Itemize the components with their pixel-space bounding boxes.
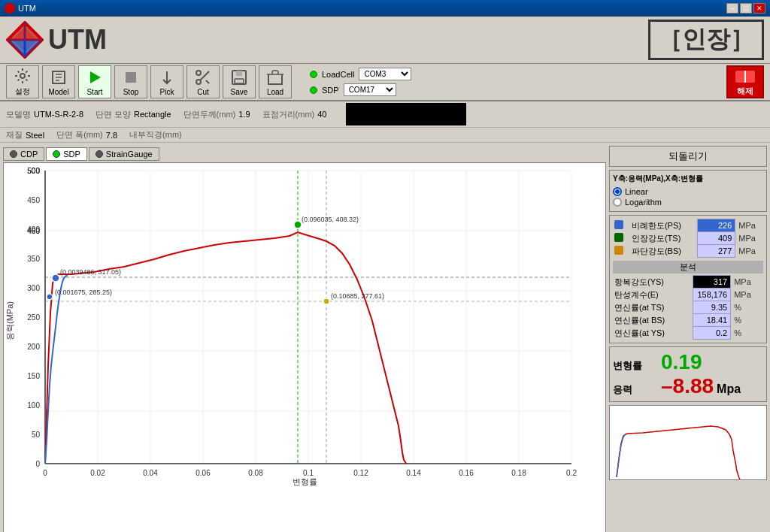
app-icon [5, 3, 15, 14]
tab-SDP[interactable]: SDP [46, 147, 87, 161]
svg-text:0.1: 0.1 [303, 469, 314, 477]
ps-color-cell [613, 219, 630, 232]
svg-rect-17 [4, 163, 594, 486]
svg-text:150: 150 [27, 372, 40, 380]
distance-label: 표점거리(mm) [262, 109, 315, 120]
distance-value: 40 [317, 110, 326, 119]
axis-label: Y축:응력(MPa),X축:변형률 [613, 174, 763, 184]
logarithm-radio[interactable] [613, 198, 622, 207]
table-row: 탄성계수(E) 158,176 MPa [613, 289, 763, 301]
title-bar: UTM ─ □ ✕ [0, 0, 770, 17]
linear-option-row: Linear [613, 187, 763, 196]
analysis-title: 분석 [613, 261, 763, 274]
load-label: Load [267, 88, 283, 96]
ps-unit-cell: MPa [735, 219, 763, 232]
load-button[interactable]: Load [259, 65, 292, 98]
stress-label: 응력 [613, 383, 658, 397]
settings-button[interactable]: 설정 [6, 65, 39, 98]
save-button[interactable]: Save [223, 65, 256, 98]
logo-text: UTM [48, 24, 107, 56]
StrainGauge-label: StrainGauge [106, 150, 153, 159]
start-icon [86, 68, 104, 86]
mini-graph-svg [610, 406, 766, 480]
tab-StrainGauge[interactable]: StrainGauge [89, 147, 159, 161]
ps-value-cell: 226 [698, 219, 735, 232]
table-row: 연신률(at BS) 18.41 % [613, 314, 763, 327]
svg-text:100: 100 [27, 401, 40, 410]
material-label: 재질 [6, 129, 23, 141]
model-button[interactable]: Model [42, 65, 75, 98]
sdp-led [310, 86, 317, 94]
graph-area: 500 450 400 500 500 450 400 350 300 250 … [3, 162, 606, 532]
svg-text:0.12: 0.12 [353, 469, 368, 477]
SDP-led [53, 150, 60, 158]
pick-icon [158, 68, 176, 86]
loadcell-port-select[interactable]: COM3 [359, 68, 411, 80]
svg-text:0.04: 0.04 [143, 469, 158, 477]
analysis-table: 항복강도(YS) 317 MPa 탄성계수(E) 158,176 MPa 연신률… [613, 275, 763, 340]
logarithm-option-row: Logarithm [613, 198, 763, 207]
model-info-bar-2: 재질 Steel 단면 폭(mm) 7.8 내부직경(mm) [0, 128, 770, 143]
minimize-button[interactable]: ─ [726, 3, 738, 14]
svg-text:(0.10685, 277.61): (0.10685, 277.61) [331, 292, 384, 300]
pick-button[interactable]: Pick [150, 65, 183, 98]
black-preview-rect [346, 103, 466, 125]
thickness-item: 단면두께(mm) 1.9 [183, 109, 250, 120]
svg-text:(0.096035, 408.32): (0.096035, 408.32) [302, 216, 359, 223]
ts-unit-cell: MPa [735, 232, 763, 245]
stop-icon [122, 68, 140, 86]
thickness-value: 1.9 [238, 110, 250, 119]
logo-area: UTM [6, 21, 107, 59]
emergency-button[interactable]: 해제 [726, 65, 764, 98]
inner-item: 내부직경(mm) [129, 129, 185, 141]
svg-text:450: 450 [27, 196, 40, 204]
StrainGauge-led [95, 150, 103, 158]
settings-label: 설정 [15, 86, 30, 97]
inner-label: 내부직경(mm) [129, 129, 182, 141]
cut-icon [194, 68, 212, 86]
CDP-label: CDP [20, 150, 38, 159]
sdp-port-select[interactable]: COM17 [344, 83, 396, 96]
svg-text:400: 400 [27, 225, 40, 234]
title-bar-left: UTM [5, 3, 36, 14]
cut-label: Cut [197, 88, 209, 96]
table-row: 파단강도(BS) 277 MPa [613, 245, 763, 258]
model-name-label: 모델명 [6, 109, 31, 120]
bs-color-cell [613, 245, 630, 258]
stop-button[interactable]: Stop [114, 65, 147, 98]
title-bar-text: UTM [18, 4, 36, 13]
svg-text:0.16: 0.16 [459, 469, 474, 477]
svg-marker-8 [90, 71, 101, 83]
svg-text:(0.001675, 285.25): (0.001675, 285.25) [55, 289, 112, 296]
ys-value: 317 [693, 276, 731, 289]
window-controls: ─ □ ✕ [726, 3, 765, 14]
table-row: 연신률(at TS) 9.35 % [613, 301, 763, 314]
svg-text:(0.0039486, 317.05): (0.0039486, 317.05) [60, 268, 121, 276]
atts-value: 9.35 [693, 301, 731, 314]
svg-rect-9 [126, 72, 136, 83]
atys-value: 0.2 [693, 327, 731, 340]
svg-rect-77 [613, 406, 763, 480]
tab-CDP[interactable]: CDP [3, 147, 44, 161]
thickness-label: 단면두께(mm) [183, 109, 236, 120]
svg-point-10 [196, 80, 201, 84]
linear-radio[interactable] [613, 187, 622, 196]
svg-text:0.06: 0.06 [196, 469, 211, 477]
replay-button[interactable]: 되돌리기 [609, 146, 767, 167]
section-shape-value: Rectangle [134, 110, 171, 119]
atys-unit: % [731, 327, 763, 340]
maximize-button[interactable]: □ [740, 3, 752, 14]
big-values-section: 변형률 0.19 응력 –8.88 Mpa [609, 346, 767, 402]
svg-text:250: 250 [27, 313, 40, 322]
right-panel: 되돌리기 Y축:응력(MPa),X축:변형률 Linear Logarithm … [609, 146, 767, 532]
svg-rect-13 [236, 71, 242, 76]
close-button[interactable]: ✕ [753, 3, 765, 14]
strain-value: 0.19 [661, 350, 702, 374]
svg-rect-14 [235, 79, 244, 83]
section-shape-item: 단면 모양 Rectangle [95, 109, 171, 120]
cut-button[interactable]: Cut [186, 65, 220, 98]
start-button[interactable]: Start [78, 65, 111, 98]
data-table: 비례한도(PS) 226 MPa 인장강도(TS) 409 MPa 파단강도(B… [613, 219, 763, 258]
atts-unit: % [731, 301, 763, 314]
loadcell-label: LoadCell [322, 70, 354, 79]
